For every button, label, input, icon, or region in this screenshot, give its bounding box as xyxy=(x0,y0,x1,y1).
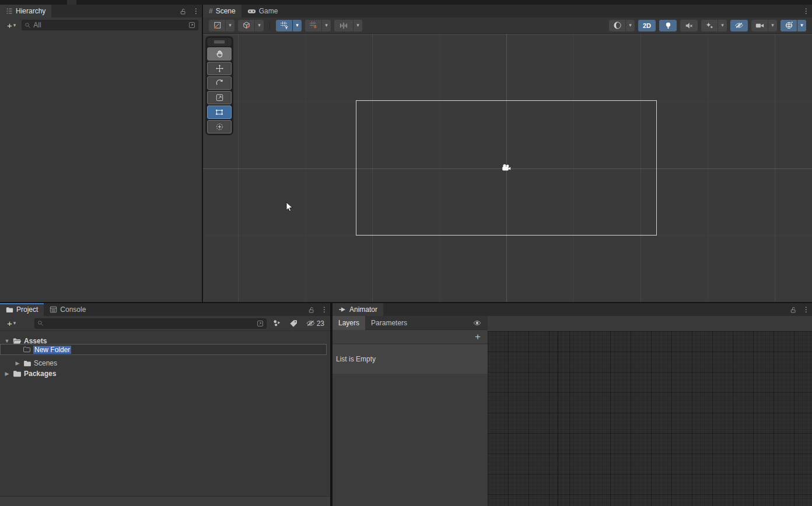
grid-y-icon: Y xyxy=(276,20,292,31)
folder-icon xyxy=(6,307,13,313)
search-by-label-button[interactable] xyxy=(287,319,300,328)
foldout-icon[interactable]: ▶ xyxy=(4,371,10,377)
project-path-bar xyxy=(0,496,330,506)
camera-settings-button[interactable]: ▾ xyxy=(751,20,777,31)
hierarchy-search-input[interactable]: All xyxy=(22,20,198,30)
folder-icon xyxy=(13,370,22,377)
scene-tabstrip: # Scene Game ⋮ xyxy=(203,5,812,17)
scale-tool-button[interactable] xyxy=(207,91,232,104)
rotate-tool-button[interactable] xyxy=(207,76,232,90)
effects-toggle[interactable]: ▾ xyxy=(701,20,727,31)
project-tabstrip: Project Console ⋮ xyxy=(0,303,330,316)
2d-view-toggle[interactable]: 2D xyxy=(638,20,656,31)
caret-down-icon: ▾ xyxy=(800,23,803,28)
tree-item-scenes[interactable]: ▶ Scenes xyxy=(0,358,330,368)
animator-tabstrip: Animator ⋮ xyxy=(332,303,812,316)
tab-hierarchy[interactable]: Hierarchy xyxy=(0,5,51,17)
foldout-icon[interactable]: ▼ xyxy=(4,338,10,344)
tool-handle-position-button[interactable]: ▾ xyxy=(209,20,235,31)
tab-label: Hierarchy xyxy=(16,7,46,15)
tab-console[interactable]: Console xyxy=(44,303,92,316)
caret-down-icon: ▾ xyxy=(296,23,299,28)
snap-increment-button[interactable]: ▾ xyxy=(305,20,331,31)
eye-icon[interactable] xyxy=(473,319,488,326)
svg-text:Y: Y xyxy=(285,25,288,30)
hierarchy-panel: Hierarchy ⋮ + ▾ All xyxy=(0,5,202,302)
caret-down-icon: ▾ xyxy=(771,23,774,28)
snap-bars-icon xyxy=(334,20,353,31)
rect-tool-button[interactable] xyxy=(207,106,232,119)
lock-icon[interactable] xyxy=(308,306,315,314)
pivot-icon xyxy=(209,20,225,31)
speaker-muted-icon xyxy=(685,22,693,30)
create-button[interactable]: + ▾ xyxy=(4,21,19,30)
tools-overlay xyxy=(205,36,233,135)
hidden-items-toggle[interactable]: 23 xyxy=(303,319,327,328)
hidden-count: 23 xyxy=(317,319,324,328)
gizmos-toggle[interactable]: ▾ xyxy=(780,20,806,31)
animator-graph-area[interactable] xyxy=(488,331,812,506)
transform-icon xyxy=(215,122,224,131)
subtab-parameters[interactable]: Parameters xyxy=(365,316,413,330)
window-notch xyxy=(67,0,76,5)
overlay-drag-handle[interactable] xyxy=(207,38,232,46)
tree-label: Packages xyxy=(24,370,56,378)
scale-icon xyxy=(215,93,224,102)
draw-mode-button[interactable]: ▾ xyxy=(609,20,635,31)
project-search-input[interactable] xyxy=(34,318,266,329)
panel-menu-icon[interactable]: ⋮ xyxy=(192,8,197,15)
caret-down-icon: ▾ xyxy=(13,321,16,326)
lock-icon[interactable] xyxy=(790,306,797,314)
create-asset-button[interactable]: + ▾ xyxy=(4,319,19,328)
panel-menu-icon[interactable]: ⋮ xyxy=(803,306,807,313)
tree-item-packages[interactable]: ▶ Packages xyxy=(0,368,330,379)
grid-snap-icon xyxy=(305,20,321,31)
tool-handle-rotation-button[interactable]: ▾ xyxy=(238,20,264,31)
grid-visibility-toggle[interactable]: Y ▾ xyxy=(276,20,302,31)
tab-animator[interactable]: Animator xyxy=(332,303,383,316)
foldout-icon[interactable]: ▶ xyxy=(14,360,21,366)
tab-label: Game xyxy=(259,7,278,15)
open-search-window-icon[interactable] xyxy=(188,22,195,29)
gizmo-globe-icon xyxy=(780,20,797,31)
caret-down-icon: ▾ xyxy=(325,23,328,28)
search-by-type-button[interactable] xyxy=(270,319,284,328)
subtab-layers[interactable]: Layers xyxy=(332,316,365,330)
hand-icon xyxy=(215,50,224,58)
scene-lighting-toggle[interactable] xyxy=(659,20,677,31)
tab-game[interactable]: Game xyxy=(242,5,284,17)
view-tool-button[interactable] xyxy=(207,47,232,61)
graph-major-gridline xyxy=(558,331,558,506)
mouse-cursor xyxy=(286,202,293,213)
grid-snapping-toggle[interactable]: ▾ xyxy=(334,20,362,31)
add-layer-button[interactable]: + xyxy=(475,332,481,342)
move-icon xyxy=(215,64,224,73)
lock-icon[interactable] xyxy=(180,8,187,15)
camera-gizmo-icon[interactable] xyxy=(501,164,512,171)
search-icon xyxy=(37,320,44,326)
animator-graph-header xyxy=(488,316,812,331)
hierarchy-tabstrip: Hierarchy ⋮ xyxy=(0,5,202,17)
open-search-window-icon[interactable] xyxy=(257,320,264,327)
panel-menu-icon[interactable]: ⋮ xyxy=(803,8,807,15)
transform-tool-button[interactable] xyxy=(207,120,232,133)
scene-viewport[interactable] xyxy=(203,34,812,302)
tab-project[interactable]: Project xyxy=(0,303,44,316)
caret-down-icon: ▾ xyxy=(229,23,232,28)
audio-toggle[interactable] xyxy=(680,20,698,31)
video-camera-icon xyxy=(751,20,768,31)
unity-editor-window: Hierarchy ⋮ + ▾ All xyxy=(0,0,812,506)
rename-input[interactable]: New Folder xyxy=(33,346,71,354)
tree-item-new-folder-rename[interactable]: New Folder xyxy=(0,344,327,355)
caret-down-icon: ▾ xyxy=(258,23,261,28)
tab-label: Project xyxy=(16,305,38,314)
animator-icon xyxy=(338,306,346,313)
plus-icon: + xyxy=(7,319,12,328)
tab-label: Animator xyxy=(349,305,377,314)
folder-empty-icon xyxy=(23,346,31,353)
caret-down-icon: ▾ xyxy=(13,23,16,28)
tab-scene[interactable]: # Scene xyxy=(203,5,242,17)
scene-visibility-toggle[interactable] xyxy=(730,20,748,31)
panel-menu-icon[interactable]: ⋮ xyxy=(321,306,326,313)
move-tool-button[interactable] xyxy=(207,62,232,75)
